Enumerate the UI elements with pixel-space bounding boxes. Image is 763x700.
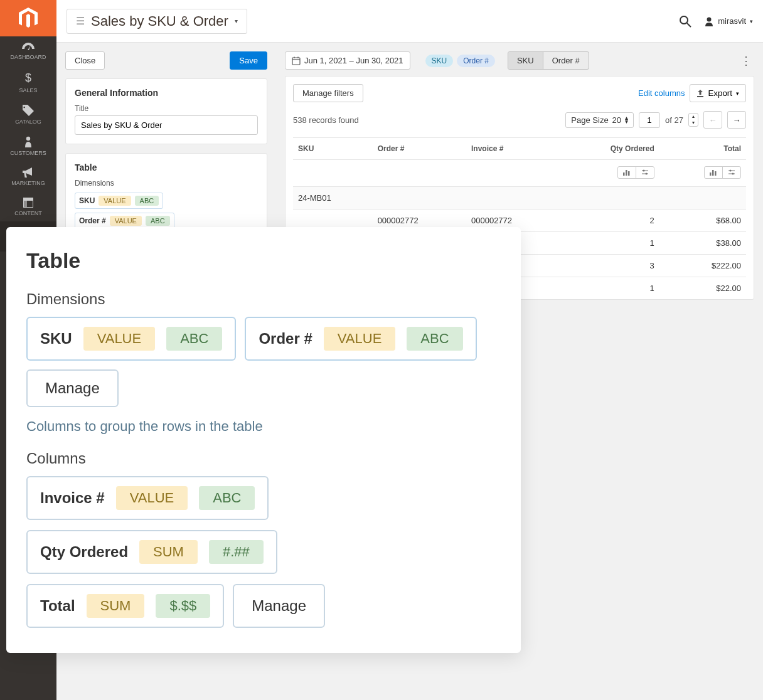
export-button[interactable]: Export ▾ <box>690 84 746 102</box>
col-invoice[interactable]: Invoice # <box>466 138 560 160</box>
svg-rect-10 <box>292 58 300 65</box>
magento-logo[interactable] <box>0 0 56 36</box>
chip-sku[interactable]: SKU <box>425 55 454 67</box>
nav-dashboard[interactable]: DASHBOARD <box>0 36 56 65</box>
dashboard-icon <box>0 43 56 51</box>
records-count: 538 records found <box>293 115 359 125</box>
date-range-picker[interactable]: Jun 1, 2021 – Jun 30, 2021 <box>285 51 410 70</box>
nav-catalog[interactable]: CATALOG <box>0 98 56 130</box>
chip-order[interactable]: Order # <box>457 55 495 67</box>
svg-rect-22 <box>710 172 712 176</box>
svg-point-9 <box>707 17 712 21</box>
caret-down-icon: ▾ <box>736 90 739 97</box>
svg-rect-3 <box>23 201 27 208</box>
svg-rect-14 <box>697 96 703 97</box>
column-item[interactable]: Total SUM $.$$ <box>26 584 224 628</box>
page-title: Sales by SKU & Order <box>91 13 228 29</box>
table-header-row: SKU Order # Invoice # Qty Ordered Total <box>293 138 746 160</box>
nav-content[interactable]: CONTENT <box>0 191 56 221</box>
manage-columns-button[interactable]: Manage <box>233 584 325 628</box>
segment-sku[interactable]: SKU <box>508 52 543 69</box>
person-icon <box>0 136 56 147</box>
table-heading: Table <box>75 162 258 172</box>
dimension-item[interactable]: SKU VALUE ABC <box>26 317 236 361</box>
prev-page-button[interactable]: ← <box>703 111 722 129</box>
nav-label: CATALOG <box>15 119 41 125</box>
title-input[interactable] <box>75 115 258 135</box>
dimension-pill[interactable]: SKU VALUE ABC <box>75 193 163 209</box>
column-item[interactable]: Qty Ordered SUM #.## <box>26 530 277 574</box>
hamburger-icon: ☰ <box>76 15 85 27</box>
nav-sales[interactable]: $ SALES <box>0 65 56 98</box>
qty-chart-toggle[interactable] <box>617 166 654 179</box>
table-config-popup: Table Dimensions SKU VALUE ABC Order # V… <box>6 227 521 653</box>
table-row[interactable]: 24-MB01 <box>293 187 746 209</box>
sort-carets-icon: ▴▾ <box>625 116 628 124</box>
col-order[interactable]: Order # <box>373 138 466 160</box>
col-sku[interactable]: SKU <box>293 138 373 160</box>
nav-label: CUSTOMERS <box>10 150 46 156</box>
svg-rect-23 <box>712 170 714 176</box>
topbar: ☰ Sales by SKU & Order ▾ mirasvit ▾ <box>56 0 763 43</box>
username: mirasvit <box>718 16 746 26</box>
page-stepper[interactable]: ▴ ▾ <box>688 113 698 127</box>
svg-rect-24 <box>715 171 717 176</box>
date-range-text: Jun 1, 2021 – Jun 30, 2021 <box>304 56 403 65</box>
stepper-up-icon[interactable]: ▴ <box>689 114 698 120</box>
report-title-dropdown[interactable]: ☰ Sales by SKU & Order ▾ <box>67 9 247 34</box>
bar-chart-icon <box>705 167 723 178</box>
user-menu[interactable]: mirasvit ▾ <box>704 16 753 26</box>
close-button[interactable]: Close <box>65 51 105 70</box>
megaphone-icon <box>0 167 56 178</box>
col-qty[interactable]: Qty Ordered <box>560 138 659 160</box>
col-total[interactable]: Total <box>659 138 746 160</box>
segment-order[interactable]: Order # <box>543 52 589 69</box>
column-item[interactable]: Invoice # VALUE ABC <box>26 476 269 520</box>
layout-icon <box>0 198 56 208</box>
page-size-select[interactable]: Page Size 20 ▴▾ <box>565 112 634 128</box>
edit-columns-button[interactable]: Edit columns <box>638 84 685 102</box>
tag-icon <box>0 105 56 116</box>
caret-down-icon: ▾ <box>750 18 753 24</box>
dimensions-hint: Columns to group the rows in the table <box>26 418 501 435</box>
next-page-button[interactable]: → <box>727 111 746 129</box>
save-button[interactable]: Save <box>230 51 267 70</box>
svg-rect-15 <box>623 172 625 176</box>
general-heading: General Information <box>75 88 258 98</box>
svg-rect-16 <box>626 170 627 176</box>
caret-down-icon: ▾ <box>235 18 238 24</box>
svg-point-28 <box>732 173 734 175</box>
nav-marketing[interactable]: MARKETING <box>0 161 56 191</box>
user-icon <box>704 16 714 26</box>
svg-point-21 <box>645 173 647 175</box>
dimension-item[interactable]: Order # VALUE ABC <box>245 317 476 361</box>
manage-dimensions-button[interactable]: Manage <box>26 369 119 407</box>
settings-icon <box>723 167 740 178</box>
more-menu-icon[interactable]: ⋮ <box>738 54 754 68</box>
svg-rect-17 <box>628 171 630 176</box>
nav-label: SALES <box>19 87 37 93</box>
svg-point-0 <box>26 137 30 141</box>
page-input[interactable] <box>639 112 660 128</box>
settings-icon <box>636 167 654 178</box>
nav-customers[interactable]: CUSTOMERS <box>0 130 56 161</box>
stepper-down-icon[interactable]: ▾ <box>689 120 698 126</box>
svg-point-19 <box>643 170 644 172</box>
overlay-columns-heading: Columns <box>26 450 501 467</box>
overlay-heading: Table <box>26 248 501 273</box>
table-config-card: Table Dimensions SKU VALUE ABC Order # V… <box>65 153 267 238</box>
page-total: of 27 <box>665 115 683 125</box>
nav-label: CONTENT <box>14 210 42 216</box>
svg-point-7 <box>680 16 688 24</box>
svg-rect-2 <box>23 198 33 201</box>
active-dimension-chips: SKU Order # <box>425 55 495 67</box>
bar-chart-icon <box>618 167 636 178</box>
nav-label: MARKETING <box>11 180 45 186</box>
svg-line-8 <box>687 23 691 27</box>
total-chart-toggle[interactable] <box>704 166 741 179</box>
manage-filters-button[interactable]: Manage filters <box>293 84 363 102</box>
calendar-icon <box>292 56 301 65</box>
group-by-segment: SKU Order # <box>508 51 589 70</box>
overlay-dimensions-heading: Dimensions <box>26 290 501 308</box>
search-icon[interactable] <box>679 15 691 28</box>
